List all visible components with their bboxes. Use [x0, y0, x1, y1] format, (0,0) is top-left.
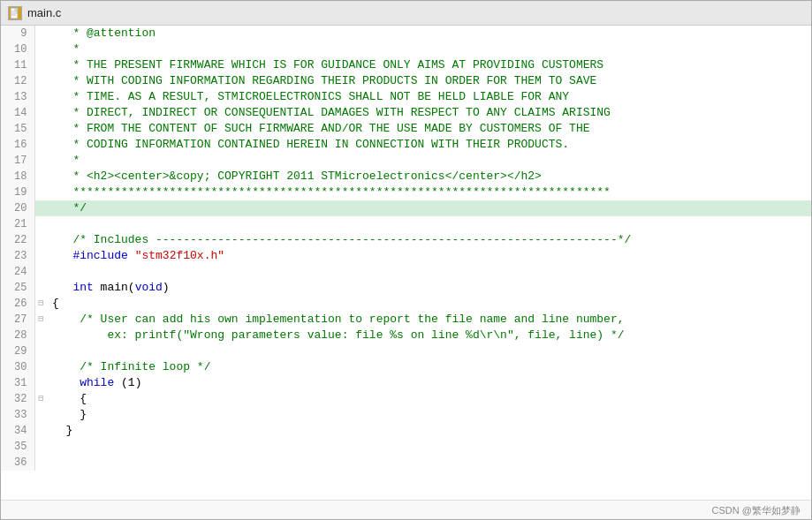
- fold-gutter[interactable]: ⊟: [34, 312, 47, 328]
- code-table: 9 * @attention10 *11 * THE PRESENT FIRMW…: [1, 26, 811, 471]
- fold-gutter: [34, 407, 47, 423]
- table-row: 34 }: [1, 423, 811, 439]
- table-row: 30 /* Infinite loop */: [1, 359, 811, 375]
- fold-gutter: [34, 137, 47, 153]
- table-row: 18 * <h2><center>&copy; COPYRIGHT 2011 S…: [1, 169, 811, 185]
- table-row: 35: [1, 439, 811, 455]
- line-number: 10: [1, 41, 34, 57]
- code-line: /* Includes ----------------------------…: [47, 232, 811, 248]
- watermark-text: CSDN @繁华如梦静: [712, 505, 801, 516]
- fold-gutter: [34, 169, 47, 185]
- code-line: *: [47, 41, 811, 57]
- line-number: 35: [1, 439, 34, 455]
- line-number: 15: [1, 121, 34, 137]
- table-row: 25 int main(void): [1, 280, 811, 296]
- code-line: * WITH CODING INFORMATION REGARDING THEI…: [47, 73, 811, 89]
- line-number: 27: [1, 312, 34, 328]
- main-window: main.c 9 * @attention10 *11 * THE PRESEN…: [0, 0, 812, 520]
- fold-gutter: [34, 89, 47, 105]
- code-line: /* User can add his own implementation t…: [47, 312, 811, 328]
- line-number: 25: [1, 280, 34, 296]
- fold-gutter: [34, 73, 47, 89]
- line-number: 23: [1, 248, 34, 264]
- fold-gutter: [34, 121, 47, 137]
- table-row: 17 *: [1, 153, 811, 169]
- table-row: 29: [1, 343, 811, 359]
- fold-gutter[interactable]: ⊟: [34, 391, 47, 407]
- code-line: #include "stm32f10x.h": [47, 248, 811, 264]
- footer-watermark: CSDN @繁华如梦静: [1, 500, 811, 519]
- fold-gutter: [34, 423, 47, 439]
- code-line: *: [47, 153, 811, 169]
- window-title: main.c: [27, 6, 61, 19]
- fold-gutter: [34, 200, 47, 216]
- code-editor: 9 * @attention10 *11 * THE PRESENT FIRMW…: [1, 26, 811, 500]
- table-row: 10 *: [1, 41, 811, 57]
- line-number: 28: [1, 328, 34, 343]
- code-line: ****************************************…: [47, 185, 811, 200]
- table-row: 14 * DIRECT, INDIRECT OR CONSEQUENTIAL D…: [1, 105, 811, 121]
- fold-gutter: [34, 153, 47, 169]
- code-line: /* Infinite loop */: [47, 359, 811, 375]
- line-number: 36: [1, 455, 34, 471]
- code-line: ex: printf("Wrong parameters value: file…: [47, 328, 811, 343]
- code-line: }: [47, 407, 811, 423]
- code-line: [47, 264, 811, 280]
- code-line: [47, 439, 811, 455]
- file-icon: [8, 6, 22, 20]
- code-line: * <h2><center>&copy; COPYRIGHT 2011 STMi…: [47, 169, 811, 185]
- table-row: 21: [1, 216, 811, 232]
- code-line: * DIRECT, INDIRECT OR CONSEQUENTIAL DAMA…: [47, 105, 811, 121]
- code-line: {: [47, 391, 811, 407]
- code-line: [47, 343, 811, 359]
- code-line: * FROM THE CONTENT OF SUCH FIRMWARE AND/…: [47, 121, 811, 137]
- fold-gutter: [34, 57, 47, 73]
- line-number: 11: [1, 57, 34, 73]
- line-number: 32: [1, 391, 34, 407]
- table-row: 33 }: [1, 407, 811, 423]
- fold-gutter: [34, 280, 47, 296]
- code-line: }: [47, 423, 811, 439]
- line-number: 17: [1, 153, 34, 169]
- code-line: while (1): [47, 375, 811, 391]
- fold-gutter: [34, 343, 47, 359]
- table-row: 36: [1, 455, 811, 471]
- table-row: 13 * TIME. AS A RESULT, STMICROELECTRONI…: [1, 89, 811, 105]
- code-line: * THE PRESENT FIRMWARE WHICH IS FOR GUID…: [47, 57, 811, 73]
- code-line: [47, 455, 811, 471]
- table-row: 23 #include "stm32f10x.h": [1, 248, 811, 264]
- line-number: 16: [1, 137, 34, 153]
- table-row: 20 */: [1, 200, 811, 216]
- fold-gutter: [34, 248, 47, 264]
- line-number: 21: [1, 216, 34, 232]
- fold-gutter: [34, 439, 47, 455]
- line-number: 33: [1, 407, 34, 423]
- code-line: int main(void): [47, 280, 811, 296]
- fold-gutter: [34, 264, 47, 280]
- line-number: 24: [1, 264, 34, 280]
- line-number: 29: [1, 343, 34, 359]
- line-number: 9: [1, 26, 34, 41]
- fold-gutter: [34, 41, 47, 57]
- table-row: 11 * THE PRESENT FIRMWARE WHICH IS FOR G…: [1, 57, 811, 73]
- code-line: {: [47, 296, 811, 312]
- fold-gutter: [34, 455, 47, 471]
- fold-gutter: [34, 26, 47, 41]
- fold-gutter[interactable]: ⊟: [34, 296, 47, 312]
- table-row: 24: [1, 264, 811, 280]
- line-number: 19: [1, 185, 34, 200]
- table-row: 26⊟{: [1, 296, 811, 312]
- line-number: 14: [1, 105, 34, 121]
- code-line: [47, 216, 811, 232]
- table-row: 12 * WITH CODING INFORMATION REGARDING T…: [1, 73, 811, 89]
- title-bar: main.c: [1, 1, 811, 26]
- code-line: * CODING INFORMATION CONTAINED HEREIN IN…: [47, 137, 811, 153]
- line-number: 20: [1, 200, 34, 216]
- line-number: 31: [1, 375, 34, 391]
- fold-gutter: [34, 375, 47, 391]
- line-number: 18: [1, 169, 34, 185]
- fold-gutter: [34, 232, 47, 248]
- line-number: 13: [1, 89, 34, 105]
- line-number: 22: [1, 232, 34, 248]
- table-row: 9 * @attention: [1, 26, 811, 41]
